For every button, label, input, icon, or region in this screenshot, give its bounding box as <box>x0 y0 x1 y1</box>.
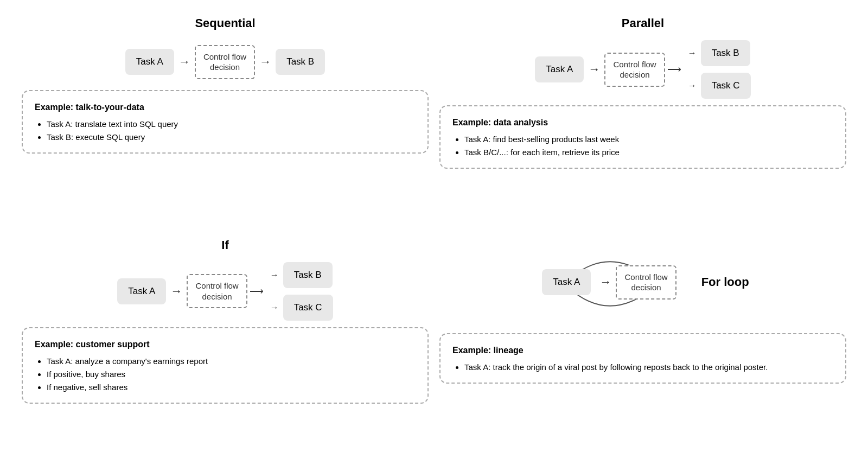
if-task-c: Task C <box>283 295 333 321</box>
if-control-flow: Control flowdecision <box>187 274 247 308</box>
parallel-example-list: Task A: find best-selling products last … <box>464 133 833 159</box>
if-task-b: Task B <box>283 262 333 288</box>
if-example-item-0: Task A: analyze a company's earnings rep… <box>47 355 416 368</box>
parallel-control-flow: Control flowdecision <box>604 53 665 87</box>
parallel-example-item-0: Task A: find best-selling products last … <box>464 133 833 146</box>
if-task-a: Task A <box>117 278 166 304</box>
if-example-box: Example: customer support Task A: analyz… <box>22 327 429 404</box>
if-example-item-2: If negative, sell shares <box>47 381 416 394</box>
parallel-task-a: Task A <box>535 56 584 82</box>
sequential-quadrant: Sequential Task A Control flowdecision T… <box>22 16 429 227</box>
if-quadrant: If Task A Control flowdecision ⟶ → Task … <box>22 238 429 449</box>
sequential-example-title: Example: talk-to-your-data <box>35 100 416 114</box>
sequential-title: Sequential <box>22 16 429 30</box>
if-fork: → Task B → Task C <box>270 262 333 321</box>
forloop-diagram-area: Task A Control flowdecision For loop <box>439 238 846 327</box>
if-example-title: Example: customer support <box>35 337 416 352</box>
if-fork-symbol: ⟶ <box>250 285 264 297</box>
forloop-quadrant: Task A Control flowdecision For loop Exa… <box>439 238 846 449</box>
forloop-example-item-0: Task A: track the origin of a viral post… <box>464 361 833 374</box>
parallel-example-item-1: Task B/C/...: for each item, retrieve it… <box>464 146 833 159</box>
if-title: If <box>22 238 429 252</box>
forloop-example-box: Example: lineage Task A: track the origi… <box>439 333 846 384</box>
if-fork-arrow-b: → <box>270 270 279 280</box>
parallel-example-title: Example: data analysis <box>452 115 833 130</box>
parallel-fork-arrow-b: → <box>688 48 697 58</box>
sequential-example-item-0: Task A: translate text into SQL query <box>47 118 416 131</box>
sequential-task-b: Task B <box>276 49 325 75</box>
sequential-example-box: Example: talk-to-your-data Task A: trans… <box>22 90 429 154</box>
parallel-diagram: Task A Control flowdecision ⟶ → Task B →… <box>439 40 846 99</box>
forloop-loop-container: Task A Control flowdecision <box>537 238 681 327</box>
sequential-arrow-2 <box>259 55 271 69</box>
sequential-example-item-1: Task B: execute SQL query <box>47 131 416 144</box>
if-fork-row-c: → Task C <box>270 295 333 321</box>
parallel-fork: → Task B → Task C <box>688 40 751 99</box>
sequential-task-a: Task A <box>125 49 174 75</box>
parallel-arrow-1 <box>588 62 600 77</box>
parallel-fork-arrow-c: → <box>688 81 697 91</box>
sequential-control-flow: Control flowdecision <box>195 45 255 79</box>
forloop-arrow <box>599 275 611 289</box>
forloop-control-flow: Control flowdecision <box>616 265 676 300</box>
parallel-example-box: Example: data analysis Task A: find best… <box>439 105 846 169</box>
forloop-example-title: Example: lineage <box>452 343 833 358</box>
sequential-example-list: Task A: translate text into SQL query Ta… <box>47 118 416 144</box>
if-fork-arrow-c: → <box>270 303 279 313</box>
parallel-task-c: Task C <box>701 73 751 99</box>
if-fork-row-b: → Task B <box>270 262 333 288</box>
sequential-diagram: Task A Control flowdecision Task B <box>22 40 429 84</box>
if-example-item-1: If positive, buy shares <box>47 368 416 381</box>
forloop-example-list: Task A: track the origin of a viral post… <box>464 361 833 374</box>
if-example-list: Task A: analyze a company's earnings rep… <box>47 355 416 394</box>
parallel-fork-row-c: → Task C <box>688 73 751 99</box>
parallel-fork-symbol: ⟶ <box>667 63 681 75</box>
forloop-title: For loop <box>701 275 749 289</box>
if-diagram: Task A Control flowdecision ⟶ → Task B →… <box>22 262 429 321</box>
sequential-arrow-1 <box>178 55 190 69</box>
forloop-task-a: Task A <box>542 269 591 295</box>
if-arrow-1 <box>170 284 182 298</box>
parallel-quadrant: Parallel Task A Control flowdecision ⟶ →… <box>439 16 846 227</box>
parallel-title: Parallel <box>439 16 846 30</box>
parallel-fork-row-b: → Task B <box>688 40 751 66</box>
parallel-task-b: Task B <box>701 40 750 66</box>
